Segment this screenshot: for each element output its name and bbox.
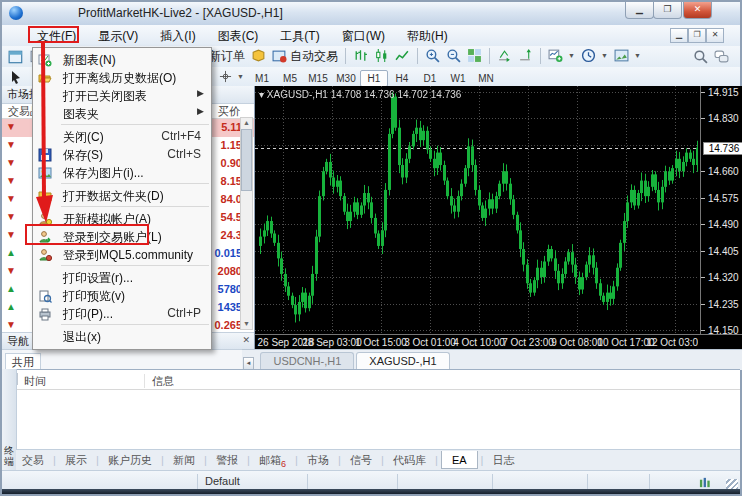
menu-item-save-picture[interactable]: 保存为图片(i)... [33, 163, 211, 181]
menu-item-login-mql5[interactable]: 登录到MQL5.community [33, 245, 211, 263]
chart-shift-icon [518, 48, 533, 63]
terminal-tab-邮箱[interactable]: 邮箱6 [253, 450, 292, 469]
mql5-market-button[interactable] [248, 47, 269, 64]
chat-button[interactable] [711, 48, 732, 65]
menubar-item-5[interactable]: 窗口(W) [331, 25, 396, 46]
terminal-side-tab[interactable]: 终端 [3, 445, 15, 467]
current-price-tag: 14.736 [703, 142, 742, 155]
cursor-icon [9, 70, 23, 84]
time-column-header[interactable]: 时间 [24, 374, 46, 389]
tab-separator: | [378, 454, 387, 466]
menu-item-profiles[interactable]: 图表夹▶ [33, 104, 211, 122]
timeframe-m15[interactable]: M15 [304, 70, 332, 87]
terminal-tab-EA[interactable]: EA [441, 451, 478, 469]
window-button[interactable] [5, 48, 27, 66]
crosshair-tools-button[interactable]: ▼ [216, 69, 247, 84]
print-icon [38, 306, 52, 320]
menu-item-login-trade-account[interactable]: 登录到交易账户(L) [33, 227, 211, 245]
maximize-button[interactable]: ❐ [653, 2, 682, 19]
menu-item-exit[interactable]: 退出(x) [33, 327, 211, 345]
menubar-item-4[interactable]: 工具(T) [269, 25, 330, 46]
terminal-tab-警报[interactable]: 警报 [210, 450, 244, 468]
periods-combo-button[interactable]: ▼ [578, 47, 611, 64]
menubar-item-0[interactable]: 文件(F) [26, 25, 87, 46]
menu-item-print-preview[interactable]: 打印预览(v) [33, 286, 211, 304]
zoom-out-button[interactable] [443, 47, 464, 64]
time-tick-label: 9 Oct 08:00 [551, 337, 603, 348]
menu-item-label: 关闭(C) [63, 129, 104, 146]
market-watch-scrollbar[interactable]: ▲ ▼ [240, 117, 253, 330]
terminal-tab-市场[interactable]: 市场 [301, 450, 335, 468]
cursor-tool-button[interactable] [6, 69, 26, 85]
menu-item-print[interactable]: 打印(P)...Ctrl+P [33, 304, 211, 322]
message-column-header[interactable]: 信息 [152, 374, 174, 389]
menu-item-print-setup[interactable]: 打印设置(r)... [33, 268, 211, 286]
timeframe-m1[interactable]: M1 [248, 70, 276, 87]
menubar-item-6[interactable]: 帮助(H) [396, 25, 459, 46]
search-button[interactable] [690, 48, 711, 65]
time-tick-label: 1 Oct 15:00 [355, 337, 407, 348]
scroll-down-icon[interactable]: ▼ [241, 319, 252, 329]
indicators-combo-button[interactable]: ▼ [545, 47, 578, 64]
navigator-close-icon[interactable]: ✕ [242, 335, 250, 345]
new-order-label: 新订单 [209, 48, 245, 65]
terminal-tab-新闻[interactable]: 新闻 [167, 450, 201, 468]
menu-item-open-demo-account[interactable]: 开新模拟帐户(A) [33, 209, 211, 227]
mdi-minimize-button[interactable]: ▁ [670, 28, 688, 43]
window-bottom-frame [2, 489, 740, 494]
price-column-header[interactable]: 买价 [218, 104, 240, 119]
terminal-tab-信号[interactable]: 信号 [344, 450, 378, 468]
chart-shift-button[interactable] [515, 47, 536, 64]
timeframe-h4[interactable]: H4 [388, 70, 416, 87]
folder-open-icon [38, 70, 52, 84]
auto-scroll-button[interactable] [494, 47, 515, 64]
candlestick-button[interactable] [371, 47, 392, 64]
terminal-tab-账户历史[interactable]: 账户历史 [102, 450, 158, 468]
menu-item-label: 保存为图片(i)... [63, 165, 144, 182]
up-arrow-icon: ▲ [6, 283, 16, 294]
zoom-in-button[interactable] [422, 47, 443, 64]
menu-item-open-offline[interactable]: 打开离线历史数据(O) [33, 68, 211, 86]
chart-window[interactable]: ▾ XAGUSD-,H1 14.708 14.736 14.702 14.736… [254, 86, 742, 349]
minimize-button[interactable]: ▁ [625, 2, 654, 19]
timeframe-mn[interactable]: MN [472, 70, 500, 87]
mdi-restore-button[interactable]: ❐ [688, 28, 706, 43]
save-icon [38, 147, 52, 161]
chart-tab-xagusdh1[interactable]: XAGUSD-,H1 [356, 352, 449, 369]
mdi-close-button[interactable]: ✕ [706, 28, 724, 43]
menu-item-save[interactable]: 保存(S)Ctrl+S [33, 145, 211, 163]
menubar-item-1[interactable]: 显示(V) [87, 25, 149, 46]
print-preview-icon [38, 289, 52, 303]
scroll-up-icon[interactable]: ▲ [241, 118, 252, 128]
close-button[interactable]: ✕ [683, 2, 712, 19]
time-tick-label: 12 Oct 03:00 [646, 337, 703, 348]
chart-tab-usdcnhh1[interactable]: USDCNH-,H1 [260, 352, 354, 369]
terminal-tab-交易[interactable]: 交易 [16, 450, 50, 468]
timeframe-w1[interactable]: W1 [444, 70, 472, 87]
line-chart-button[interactable] [392, 47, 413, 64]
tile-windows-button[interactable] [464, 47, 485, 64]
timeframe-d1[interactable]: D1 [416, 70, 444, 87]
scrollbar-thumb[interactable] [241, 129, 252, 191]
down-arrow-icon: ▼ [6, 139, 16, 150]
menubar-item-2[interactable]: 插入(I) [149, 25, 206, 46]
price-value: 0.265 [214, 319, 242, 331]
chart-window-icon [8, 28, 23, 46]
timeframe-m5[interactable]: M5 [276, 70, 304, 87]
menu-item-open-data-folder[interactable]: 打开数据文件夹(D) [33, 186, 211, 204]
menu-shortcut: Ctrl+S [167, 147, 201, 161]
bar-chart-button[interactable] [350, 47, 371, 64]
timeframe-h1[interactable]: H1 [360, 70, 388, 87]
autotrade-icon [272, 49, 287, 64]
menu-item-open-deleted[interactable]: 打开已关闭图表▶ [33, 86, 211, 104]
terminal-tab-日志[interactable]: 日志 [487, 450, 521, 468]
auto-trading-button[interactable]: 自动交易 [269, 47, 341, 66]
terminal-tab-展示[interactable]: 展示 [59, 450, 93, 468]
timeframe-m30[interactable]: M30 [332, 70, 360, 87]
terminal-tab-代码库[interactable]: 代码库 [387, 450, 432, 468]
menubar-item-3[interactable]: 图表(C) [207, 25, 270, 46]
menu-item-close[interactable]: 关闭(C)Ctrl+F4 [33, 127, 211, 145]
candlestick-chart[interactable] [255, 86, 698, 334]
menu-item-new-chart[interactable]: 新图表(N) [33, 50, 211, 68]
templates-combo-button[interactable]: ▼ [611, 47, 644, 64]
